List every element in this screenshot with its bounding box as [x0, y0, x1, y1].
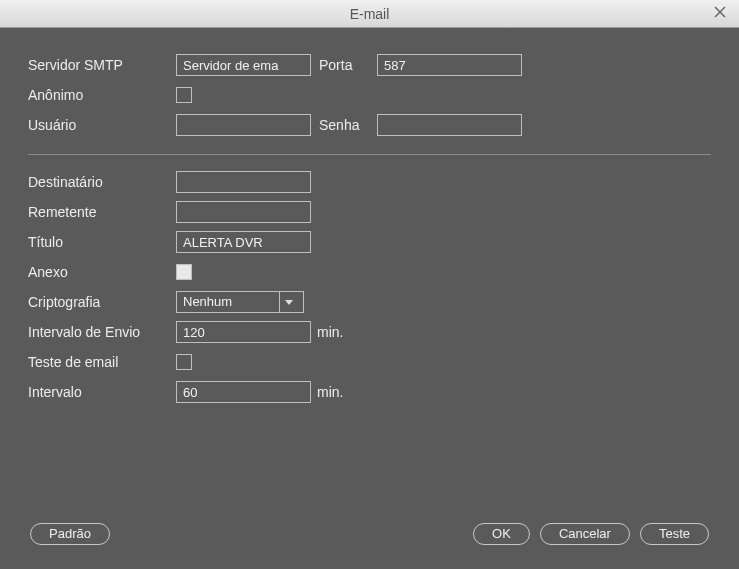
test-button[interactable]: Teste — [640, 523, 709, 545]
smtp-server-input[interactable] — [176, 54, 311, 76]
email-settings-window: E-mail Servidor SMTP Porta Anônimo Usuár… — [0, 0, 739, 569]
recipient-label: Destinatário — [28, 174, 176, 190]
footer: Padrão OK Cancelar Teste — [0, 523, 739, 545]
divider — [28, 154, 711, 155]
send-interval-label: Intervalo de Envio — [28, 324, 176, 340]
anonymous-checkbox[interactable] — [176, 87, 192, 103]
encryption-value: Nenhum — [183, 292, 232, 312]
port-input[interactable] — [377, 54, 522, 76]
sender-input[interactable] — [176, 201, 311, 223]
interval-unit: min. — [317, 384, 343, 400]
password-label: Senha — [319, 117, 377, 133]
chevron-down-icon — [279, 292, 297, 312]
user-input[interactable] — [176, 114, 311, 136]
ok-button[interactable]: OK — [473, 523, 530, 545]
default-button[interactable]: Padrão — [30, 523, 110, 545]
send-interval-unit: min. — [317, 324, 343, 340]
user-label: Usuário — [28, 117, 176, 133]
interval-label: Intervalo — [28, 384, 176, 400]
recipient-input[interactable] — [176, 171, 311, 193]
sender-label: Remetente — [28, 204, 176, 220]
interval-input[interactable] — [176, 381, 311, 403]
anonymous-label: Anônimo — [28, 87, 176, 103]
window-title: E-mail — [350, 6, 390, 22]
email-test-label: Teste de email — [28, 354, 176, 370]
password-input[interactable] — [377, 114, 522, 136]
attachment-checkbox[interactable] — [176, 264, 192, 280]
close-button[interactable] — [711, 4, 729, 22]
cancel-button[interactable]: Cancelar — [540, 523, 630, 545]
port-label: Porta — [319, 57, 377, 73]
titlebar: E-mail — [0, 0, 739, 28]
title-label: Título — [28, 234, 176, 250]
encryption-label: Criptografia — [28, 294, 176, 310]
close-icon — [714, 6, 726, 18]
email-test-checkbox[interactable] — [176, 354, 192, 370]
title-input[interactable] — [176, 231, 311, 253]
smtp-server-label: Servidor SMTP — [28, 57, 176, 73]
encryption-select[interactable]: Nenhum — [176, 291, 304, 313]
attachment-label: Anexo — [28, 264, 176, 280]
send-interval-input[interactable] — [176, 321, 311, 343]
svg-marker-2 — [285, 300, 293, 305]
